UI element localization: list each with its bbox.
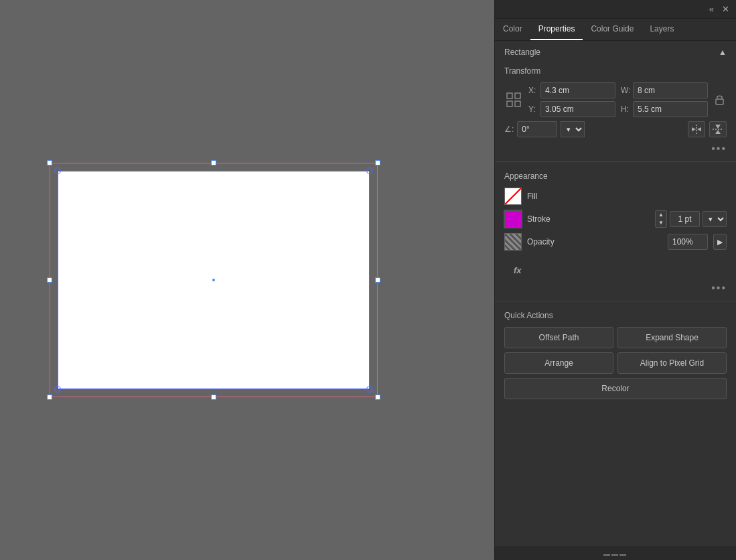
opacity-input[interactable]	[668, 234, 708, 250]
angle-label: ∠:	[504, 125, 514, 134]
handle-bot-left[interactable]	[47, 395, 52, 400]
handle-mid-left[interactable]	[47, 277, 52, 283]
properties-panel: « ✕ Color Properties Color Guide Layers …	[494, 0, 736, 560]
opacity-swatch	[504, 233, 522, 251]
transform-more-options[interactable]: •••	[495, 141, 736, 159]
transform-content: X: Y: W: H:	[495, 78, 736, 141]
arrange-button[interactable]: Arrange	[504, 352, 613, 374]
stroke-controls: ▲ ▼ ▾	[655, 210, 727, 228]
transform-label: Transform	[504, 66, 540, 76]
transform-grid-icon	[506, 92, 521, 107]
collapse-button[interactable]: «	[708, 3, 715, 15]
rectangle-title: Rectangle	[504, 48, 540, 57]
recolor-button[interactable]: Recolor	[504, 378, 727, 399]
center-dot	[212, 279, 215, 281]
fx-button[interactable]: fx	[504, 263, 531, 278]
w-label: W:	[621, 86, 630, 95]
circle-handle-br[interactable]	[366, 386, 373, 393]
handle-top-left[interactable]	[47, 160, 52, 165]
circle-handle-tl[interactable]	[54, 167, 61, 174]
opacity-expand-button[interactable]: ▶	[713, 234, 727, 250]
w-input[interactable]	[633, 82, 708, 98]
stroke-row: Stroke ▲ ▼ ▾	[504, 210, 727, 228]
svg-marker-11	[715, 130, 721, 134]
stroke-unit-dropdown[interactable]: ▾	[703, 211, 727, 227]
offset-path-button[interactable]: Offset Path	[504, 327, 613, 348]
ellipsis-button-appearance[interactable]: •••	[711, 282, 727, 294]
artboard	[50, 163, 378, 397]
appearance-label: Appearance	[504, 171, 548, 181]
x-label: X:	[528, 86, 538, 95]
h-label: H:	[621, 104, 630, 114]
angle-input[interactable]	[517, 121, 557, 137]
handle-mid-right[interactable]	[375, 277, 380, 283]
svg-marker-8	[697, 127, 701, 131]
svg-marker-7	[692, 127, 696, 131]
panel-header-bar: « ✕	[495, 0, 736, 19]
circle-handle-tr[interactable]	[366, 167, 373, 174]
svg-rect-3	[515, 101, 520, 107]
expand-shape-button[interactable]: Expand Shape	[617, 327, 727, 348]
svg-rect-0	[507, 93, 512, 98]
stroke-up-stepper[interactable]: ▲	[656, 211, 666, 219]
handle-bot-mid[interactable]	[211, 395, 216, 400]
tab-layers[interactable]: Layers	[642, 19, 682, 40]
appearance-header: Appearance	[495, 165, 736, 184]
svg-rect-2	[507, 101, 512, 107]
lock-icon	[715, 92, 725, 107]
align-to-pixel-button[interactable]: Align to Pixel Grid	[617, 352, 727, 374]
flip-vertical-button[interactable]	[709, 121, 727, 137]
divider-2	[495, 301, 736, 301]
fill-label: Fill	[527, 192, 727, 201]
svg-marker-10	[715, 125, 721, 129]
flip-h-icon	[691, 125, 702, 134]
quick-actions-grid: Offset Path Expand Shape Arrange Align t…	[495, 323, 736, 407]
opacity-label: Opacity	[527, 237, 662, 247]
angle-dropdown[interactable]: ▾	[561, 121, 585, 137]
tab-color-guide[interactable]: Color Guide	[583, 19, 642, 40]
close-button[interactable]: ✕	[721, 3, 731, 15]
fill-row: Fill	[504, 188, 727, 205]
handle-top-right[interactable]	[375, 160, 380, 165]
flip-v-icon	[713, 125, 723, 134]
panel-tabs: Color Properties Color Guide Layers	[495, 19, 736, 41]
fill-swatch[interactable]	[504, 188, 522, 205]
ellipsis-button-transform[interactable]: •••	[711, 143, 727, 155]
svg-rect-4	[716, 99, 723, 104]
stroke-swatch[interactable]	[504, 210, 522, 228]
section-title: Rectangle ▲	[495, 41, 736, 60]
handle-bot-right[interactable]	[375, 395, 380, 400]
divider-1	[495, 161, 736, 162]
circle-handle-bl[interactable]	[54, 386, 61, 393]
appearance-more-options[interactable]: •••	[495, 281, 736, 298]
bottom-bar: ▬▬▬	[495, 547, 736, 560]
y-input[interactable]	[540, 101, 615, 117]
svg-rect-1	[515, 93, 520, 98]
tab-color[interactable]: Color	[495, 19, 530, 40]
flip-horizontal-button[interactable]	[688, 121, 705, 137]
h-input[interactable]	[633, 101, 708, 117]
fx-row: fx	[495, 260, 736, 281]
transform-header: Transform	[495, 60, 736, 78]
quick-actions-header: Quick Actions	[495, 304, 736, 323]
rectangle-inner[interactable]	[58, 171, 370, 389]
canvas-area	[0, 0, 427, 560]
opacity-row: Opacity ▶	[504, 233, 727, 251]
y-label: Y:	[528, 104, 538, 114]
appearance-content: Fill Stroke ▲ ▼ ▾	[495, 184, 736, 260]
handle-top-mid[interactable]	[211, 160, 216, 165]
panel-scroll[interactable]: Rectangle ▲ Transform	[495, 41, 736, 547]
section-arrow-icon: ▲	[719, 48, 727, 57]
stroke-value-input[interactable]	[670, 211, 700, 227]
lock-proportions-button[interactable]	[713, 91, 727, 109]
stroke-label: Stroke	[527, 214, 650, 224]
x-input[interactable]	[540, 82, 615, 98]
angle-row: ∠: ▾	[504, 121, 727, 137]
bottom-bar-handle: ▬▬▬	[603, 550, 628, 557]
stroke-down-stepper[interactable]: ▼	[656, 219, 666, 227]
tab-properties[interactable]: Properties	[530, 19, 583, 40]
quick-actions-label: Quick Actions	[504, 311, 553, 320]
